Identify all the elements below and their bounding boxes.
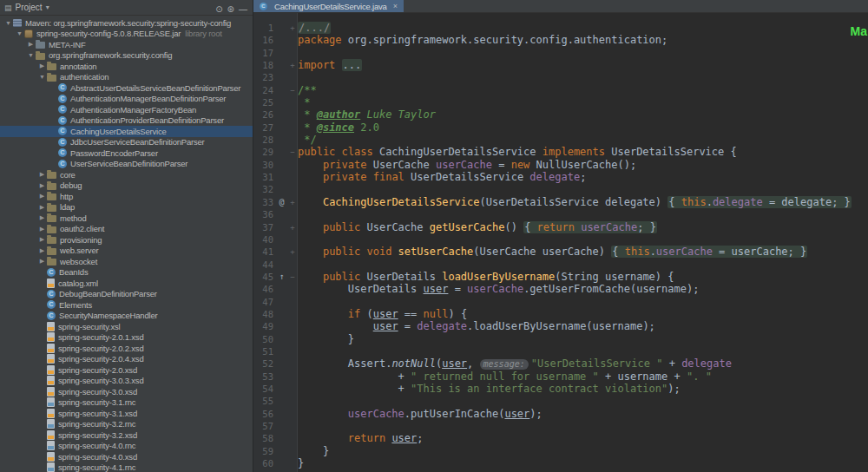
- tree-item-securitynamespacehandler[interactable]: CSecurityNamespaceHandler: [0, 311, 253, 322]
- code-line-29[interactable]: 29−public class CachingUserDetailsServic…: [253, 146, 868, 158]
- line-number[interactable]: 48: [253, 308, 276, 320]
- code-content[interactable]: Assert.notNull(user, message:"UserDetail…: [298, 357, 868, 370]
- code-content[interactable]: UserDetails user = userCache.getUserFrom…: [298, 283, 868, 295]
- code-line-48[interactable]: 48 if (user == null) {: [253, 308, 868, 320]
- line-number[interactable]: 50: [253, 333, 276, 345]
- chevron-down-icon[interactable]: ▼: [3, 20, 13, 26]
- code-content[interactable]: /.../: [298, 22, 868, 34]
- code-content[interactable]: */: [298, 134, 868, 146]
- code-content[interactable]: return user;: [298, 432, 868, 444]
- tree-item-spring-security-3-0-xsd[interactable]: spring-security-3.0.xsd: [0, 386, 253, 397]
- line-number[interactable]: 33: [253, 196, 276, 208]
- code-content[interactable]: package org.springframework.security.con…: [298, 34, 868, 46]
- tab-cachinguserdetailsservice-java[interactable]: C CachingUserDetailsService.java ×: [253, 0, 404, 12]
- line-number[interactable]: 52: [253, 357, 276, 370]
- line-number[interactable]: 40: [253, 233, 276, 246]
- tree-item-org-springframework-security-config[interactable]: ▼org.springframework.security.config: [0, 50, 253, 62]
- code-content[interactable]: public UserDetails loadUserByUsername(St…: [298, 271, 868, 283]
- project-panel-title[interactable]: Project: [16, 3, 43, 12]
- tree-item-spring-security-3-2-rnc[interactable]: spring-security-3.2.rnc: [0, 419, 253, 430]
- line-number[interactable]: 49: [253, 320, 276, 332]
- line-number[interactable]: 29: [253, 146, 276, 158]
- tree-item-authenticationmanagerbeandefinitionparser[interactable]: CAuthenticationManagerBeanDefinitionPars…: [0, 94, 253, 105]
- tree-item-spring-security-2-0-xsd[interactable]: spring-security-2.0.xsd: [0, 364, 253, 376]
- line-number[interactable]: 31: [253, 171, 276, 183]
- code-line-59[interactable]: 59 }: [253, 445, 868, 457]
- tree-item-spring-security-3-2-xsd[interactable]: spring-security-3.2.xsd: [0, 429, 253, 441]
- tree-item-http[interactable]: ▶http: [0, 191, 253, 202]
- line-number[interactable]: 28: [253, 134, 276, 146]
- line-number[interactable]: 60: [253, 457, 276, 469]
- line-number[interactable]: 1: [253, 22, 276, 34]
- code-content[interactable]: [298, 233, 868, 246]
- tree-item-jdbcuserservicebeandefinitionparser[interactable]: CJdbcUserServiceBeanDefinitionParser: [0, 137, 253, 148]
- code-line-36[interactable]: 36: [253, 208, 868, 220]
- settings-gear-icon[interactable]: ⊛: [227, 4, 234, 14]
- code-line-44[interactable]: 44: [253, 259, 868, 271]
- code-content[interactable]: public void setUserCache(UserCache userC…: [298, 246, 868, 258]
- folded-region[interactable]: { return userCache; }: [523, 221, 657, 233]
- line-number[interactable]: 56: [253, 408, 276, 420]
- code-line-18[interactable]: 18+import ...: [253, 59, 868, 71]
- code-line-24[interactable]: 24−/**: [253, 84, 868, 96]
- code-content[interactable]: private final UserDetailsService delegat…: [298, 171, 868, 183]
- code-line-30[interactable]: 30 private UserCache userCache = new Nul…: [253, 159, 868, 171]
- code-line-53[interactable]: 53 + " returned null for username " + us…: [253, 370, 868, 383]
- folded-region[interactable]: { this.delegate = delegate; }: [667, 196, 852, 208]
- line-number[interactable]: 37: [253, 221, 276, 233]
- tree-item-spring-security-4-0-xsd[interactable]: spring-security-4.0.xsd: [0, 451, 253, 462]
- code-line-23[interactable]: 23: [253, 71, 868, 83]
- tree-item-passwordencoderparser[interactable]: CPasswordEncoderParser: [0, 148, 253, 159]
- line-number[interactable]: 55: [253, 395, 276, 407]
- code-line-32[interactable]: 32: [253, 183, 868, 195]
- code-line-26[interactable]: 26 * @author Luke Taylor: [253, 108, 868, 121]
- tree-item-beanids[interactable]: CBeanIds: [0, 267, 253, 279]
- tree-item-authenticationmanagerfactorybean[interactable]: CAuthenticationManagerFactoryBean: [0, 104, 253, 115]
- line-number[interactable]: 25: [253, 96, 276, 108]
- fold-marker-icon[interactable]: −: [287, 84, 298, 96]
- code-line-57[interactable]: 57: [253, 420, 868, 432]
- line-number[interactable]: 24: [253, 84, 276, 96]
- tree-item-annotation[interactable]: ▶annotation: [0, 61, 253, 72]
- code-content[interactable]: if (user == null) {: [298, 308, 868, 320]
- folded-region[interactable]: ...: [342, 59, 363, 71]
- code-content[interactable]: /**: [298, 84, 868, 96]
- code-line-1[interactable]: 1+/.../: [253, 22, 868, 34]
- code-line-49[interactable]: 49 user = delegate.loadUserByUsername(us…: [253, 320, 868, 332]
- chevron-right-icon[interactable]: ▶: [37, 247, 47, 254]
- code-content[interactable]: }: [298, 445, 868, 457]
- tree-item-websocket[interactable]: ▶websocket: [0, 256, 253, 267]
- code-content[interactable]: private UserCache userCache = new NullUs…: [298, 159, 868, 171]
- code-content[interactable]: CachingUserDetailsService(UserDetailsSer…: [298, 196, 868, 208]
- code-content[interactable]: }: [298, 457, 868, 469]
- tree-item-debugbeandefinitionparser[interactable]: CDebugBeanDefinitionParser: [0, 289, 253, 300]
- code-line-40[interactable]: 40: [253, 233, 868, 246]
- chevron-right-icon[interactable]: ▶: [37, 226, 47, 233]
- tree-item-provisioning[interactable]: ▶provisioning: [0, 234, 253, 246]
- code-content[interactable]: user = delegate.loadUserByUsername(usern…: [298, 320, 868, 332]
- code-content[interactable]: }: [298, 333, 868, 345]
- code-content[interactable]: [298, 395, 868, 407]
- code-line-16[interactable]: 16package org.springframework.security.c…: [253, 34, 868, 46]
- locate-file-icon[interactable]: ⊙: [215, 4, 222, 14]
- tree-item-abstractuserdetailsservicebeandefinitionparser[interactable]: CAbstractUserDetailsServiceBeanDefinitio…: [0, 82, 253, 94]
- code-line-51[interactable]: 51: [253, 345, 868, 357]
- line-number[interactable]: 58: [253, 432, 276, 444]
- chevron-right-icon[interactable]: ▶: [26, 41, 36, 48]
- line-number[interactable]: 54: [253, 383, 276, 395]
- line-number[interactable]: 44: [253, 259, 276, 271]
- code-content[interactable]: import ...: [298, 59, 868, 71]
- code-line-46[interactable]: 46 UserDetails user = userCache.getUserF…: [253, 283, 868, 295]
- line-number[interactable]: 41: [253, 246, 276, 258]
- chevron-down-icon[interactable]: ▼: [37, 74, 47, 80]
- code-line-25[interactable]: 25 *: [253, 96, 868, 108]
- code-line-55[interactable]: 55: [253, 395, 868, 407]
- line-number[interactable]: 36: [253, 208, 276, 220]
- code-line-33[interactable]: 33@+ CachingUserDetailsService(UserDetai…: [253, 196, 868, 208]
- tree-item-oauth2-client[interactable]: ▶oauth2.client: [0, 224, 253, 235]
- tree-item-authentication[interactable]: ▼authentication: [0, 72, 253, 83]
- chevron-right-icon[interactable]: ▶: [37, 171, 47, 178]
- code-line-58[interactable]: 58 return user;: [253, 432, 868, 444]
- code-content[interactable]: [298, 47, 868, 59]
- line-number[interactable]: 51: [253, 345, 276, 357]
